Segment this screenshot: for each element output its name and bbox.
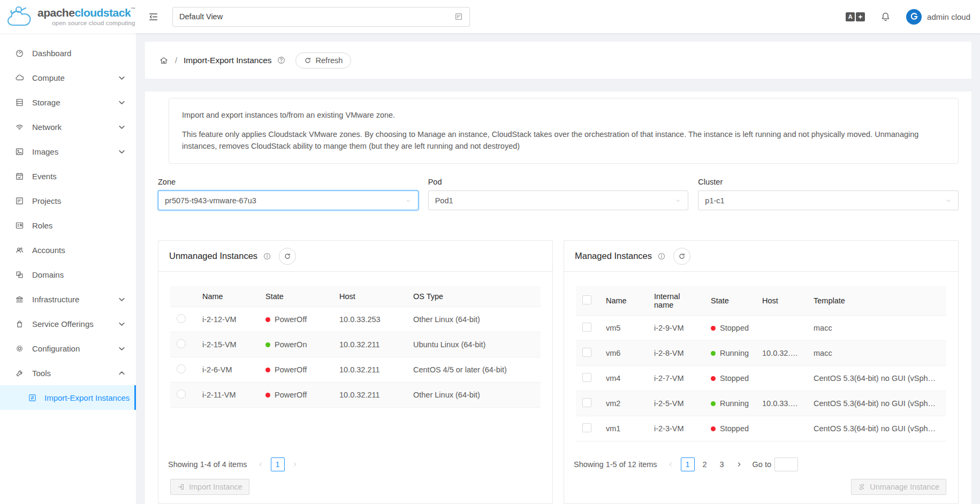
tool-icon (15, 369, 24, 378)
page-number-1[interactable]: 1 (271, 457, 285, 471)
chevron-left-icon (257, 461, 264, 468)
brand-tagline: open source cloud computing (37, 20, 135, 27)
pod-select[interactable]: Pod1 (428, 190, 689, 210)
reload-icon (304, 57, 312, 64)
import-instance-button[interactable]: Import Instance (170, 479, 249, 495)
refresh-button[interactable]: Refresh (295, 52, 352, 68)
user-name: admin cloud (927, 12, 970, 21)
sidebar-item-accounts[interactable]: Accounts (0, 238, 136, 262)
wifi-icon (15, 123, 24, 132)
chevron-down-icon (675, 197, 681, 204)
team-icon (15, 246, 24, 255)
chevron-down-icon (405, 197, 412, 204)
state-dot (265, 317, 270, 322)
unmanaged-items-summary: Showing 1-4 of 4 items (168, 460, 247, 469)
view-selector[interactable]: Default View (172, 7, 470, 27)
table-row: vm5 i-2-9-VM Stopped macc (576, 316, 946, 341)
pod-label: Pod (428, 178, 689, 186)
col-host: Host (756, 286, 807, 316)
table-row: vm2 i-2-5-VM Running 10.0.33.253 CentOS … (576, 391, 946, 416)
col-state: State (259, 286, 333, 307)
brand-name-apache: apache (37, 6, 74, 19)
managed-items-summary: Showing 1-5 of 12 items (574, 460, 657, 469)
database-icon (15, 98, 24, 107)
state-dot (265, 368, 270, 372)
row-checkbox[interactable] (582, 323, 591, 332)
unmanage-instance-button[interactable]: Unmanage Instance (851, 479, 946, 495)
page-number-1[interactable]: 1 (681, 457, 695, 471)
managed-instances-panel: Managed Instances Name Internal (564, 240, 959, 504)
sidebar-item-infrastructure[interactable]: Infrastructure (0, 287, 136, 311)
trademark: ™ (131, 6, 135, 12)
state-dot (265, 342, 270, 347)
main-content: / Import-Export Instances Refresh Import… (136, 33, 980, 504)
row-radio[interactable] (177, 390, 186, 399)
chevron-down-icon (117, 73, 126, 82)
sidebar-item-storage[interactable]: Storage (0, 90, 136, 114)
chevron-down-icon (117, 319, 126, 329)
chevron-down-icon (117, 295, 126, 304)
table-row: i-2-11-VM PowerOff 10.0.32.211 Other Lin… (170, 383, 541, 408)
sidebar-item-import-export-instances[interactable]: Import-Export Instances (0, 385, 136, 410)
info-circle-icon[interactable] (263, 252, 271, 261)
sidebar-item-configuration[interactable]: Configuration (0, 336, 136, 361)
next-page-button[interactable] (732, 457, 746, 471)
dashboard-icon (15, 49, 24, 58)
row-radio[interactable] (177, 339, 186, 348)
sidebar-item-tools[interactable]: Tools (0, 361, 136, 385)
sidebar-item-compute[interactable]: Compute (0, 65, 136, 90)
question-circle-icon[interactable] (277, 56, 286, 65)
table-row: i-2-12-VM PowerOff 10.0.33.253 Other Lin… (170, 307, 541, 332)
unmanaged-refresh-button[interactable] (279, 248, 296, 265)
menu-fold-icon[interactable] (148, 12, 158, 22)
row-checkbox[interactable] (582, 348, 591, 357)
row-checkbox[interactable] (582, 398, 591, 407)
page-number-3[interactable]: 3 (715, 457, 729, 471)
managed-refresh-button[interactable] (673, 248, 690, 265)
project-view-icon (454, 12, 463, 21)
chevron-right-icon (292, 461, 298, 468)
row-checkbox[interactable] (582, 423, 591, 432)
col-template: Template (807, 286, 946, 316)
info-circle-icon[interactable] (657, 252, 666, 261)
calendar-icon (15, 172, 24, 181)
sidebar-item-dashboard[interactable]: Dashboard (0, 41, 136, 65)
state-dot (711, 351, 716, 356)
row-checkbox[interactable] (582, 373, 591, 382)
goto-page-input[interactable] (774, 457, 798, 471)
user-menu[interactable]: admin cloud (906, 9, 970, 25)
select-all-checkbox[interactable] (582, 295, 591, 304)
cluster-filter: Cluster p1-c1 (698, 178, 959, 210)
row-radio[interactable] (177, 364, 186, 373)
col-internal-name: Internal name (648, 286, 704, 316)
description-line-1: Import and export instances to/from an e… (182, 110, 945, 121)
zone-select[interactable]: pr5075-t943-vmware-67u3 (158, 190, 419, 210)
chevron-up-icon (117, 369, 126, 378)
sidebar-item-roles[interactable]: Roles (0, 213, 136, 238)
next-page-button[interactable] (288, 457, 302, 471)
table-row: i-2-6-VM PowerOff 10.0.32.211 CentOS 4/5… (170, 357, 541, 383)
cloudstack-logo: apachecloudstack™ open source cloud comp… (0, 5, 136, 28)
chevron-down-icon (117, 98, 126, 107)
prev-page-button[interactable] (664, 457, 678, 471)
home-icon[interactable] (159, 56, 169, 65)
cloud-icon (15, 73, 24, 82)
translate-icon[interactable]: A (846, 12, 865, 21)
sidebar-item-domains[interactable]: Domains (0, 262, 136, 287)
cluster-select[interactable]: p1-c1 (698, 190, 959, 210)
notifications-bell-icon[interactable] (880, 11, 891, 22)
row-radio[interactable] (177, 314, 186, 323)
managed-panel-title: Managed Instances (575, 251, 652, 261)
prev-page-button[interactable] (254, 457, 268, 471)
user-avatar (906, 9, 922, 25)
sidebar-item-projects[interactable]: Projects (0, 188, 136, 213)
page-number-2[interactable]: 2 (698, 457, 712, 471)
sidebar-item-service-offerings[interactable]: Service Offerings (0, 311, 136, 336)
sidebar-item-network[interactable]: Network (0, 114, 136, 139)
sidebar-item-images[interactable]: Images (0, 139, 136, 164)
col-name: Name (599, 286, 648, 316)
idcard-icon (15, 221, 24, 230)
state-dot (711, 376, 716, 381)
unmanaged-instances-panel: Unmanaged Instances Name State (158, 240, 553, 504)
sidebar-item-events[interactable]: Events (0, 164, 136, 188)
